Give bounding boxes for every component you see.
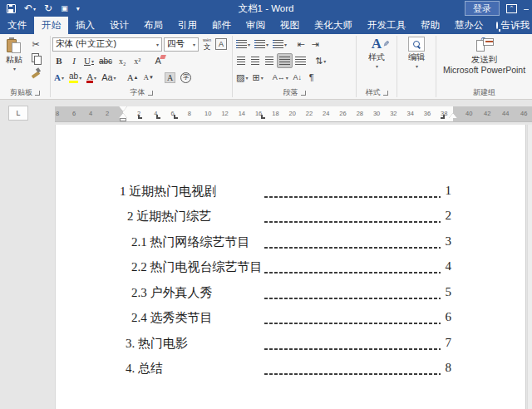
bullets-button[interactable]: ▾ <box>234 37 252 52</box>
ruler-number: 28 <box>357 106 368 121</box>
toc-page-number: 1 <box>436 184 451 198</box>
underline-button[interactable]: U▾ <box>82 53 96 68</box>
font-name-combobox[interactable]: 宋体 (中文正文)▾ <box>52 37 162 52</box>
shrink-font-button[interactable]: A▼ <box>142 70 155 85</box>
sign-in-button[interactable]: 登录 <box>465 1 500 16</box>
ribbon-display-options-button[interactable]: ⌃ <box>506 4 517 13</box>
document-page[interactable]: 1 近期热门电视剧1 2 近期热门综艺2 2.1 热门网络综艺节目3 2.2 热… <box>55 125 526 409</box>
format-painter-button[interactable] <box>28 66 43 79</box>
font-name-value: 宋体 (中文正文) <box>56 38 116 50</box>
tab-huibangong[interactable]: 慧办公 <box>447 17 491 34</box>
shading-button[interactable]: ▨▾ <box>234 70 249 85</box>
tab-tell-me[interactable]: 告诉我 <box>500 17 532 34</box>
font-group-label: 字体 <box>131 87 145 98</box>
window-title: 文档1 - Word <box>0 0 532 17</box>
borders-button[interactable]: ⊞▾ <box>250 70 264 85</box>
character-border-button[interactable]: A <box>215 38 227 50</box>
text-highlight-button[interactable]: ab▾ <box>67 70 83 85</box>
multilevel-list-icon <box>273 40 283 48</box>
font-size-combobox[interactable]: 四号▾ <box>164 37 199 52</box>
grow-font-icon: A <box>127 72 134 82</box>
clipboard-dialog-launcher[interactable] <box>35 91 40 96</box>
asian-layout-button[interactable]: A↔▾ <box>271 70 290 85</box>
font-color-button[interactable]: A▾ <box>85 70 98 85</box>
copy-button[interactable] <box>28 52 43 65</box>
decrease-indent-button[interactable]: ⇤ <box>294 37 308 52</box>
toc-leader-dashes <box>264 196 441 198</box>
send-to-label-line2: Microsoft PowerPoint <box>443 65 525 76</box>
tab-references[interactable]: 引用 <box>170 17 204 34</box>
font-size-value: 四号 <box>167 38 185 50</box>
tab-developer[interactable]: 开发工具 <box>360 17 413 34</box>
increase-indent-button[interactable]: ⇥ <box>308 37 322 52</box>
italic-button[interactable]: I <box>67 53 81 68</box>
asian-layout-icon: A↔ <box>273 73 285 81</box>
cut-button[interactable]: ✂ <box>28 37 43 51</box>
left-indent-marker[interactable] <box>120 118 126 121</box>
tab-view[interactable]: 视图 <box>273 17 307 34</box>
tab-review[interactable]: 审阅 <box>239 17 273 34</box>
tab-insert[interactable]: 插入 <box>68 17 102 34</box>
toc-entry-label: 2.1 热门网络综艺节目 <box>131 234 250 250</box>
save-button[interactable] <box>7 4 16 13</box>
text-effects-button[interactable]: A▾ <box>52 70 66 85</box>
justify-button[interactable] <box>277 53 293 68</box>
font-color-icon: A <box>86 72 93 83</box>
tab-layout[interactable]: 布局 <box>136 17 170 34</box>
redo-icon: ↻ <box>44 2 52 14</box>
align-center-button[interactable] <box>249 53 262 68</box>
tab-beautify-master[interactable]: 美化大师 <box>307 17 360 34</box>
tell-me-lightbulb-icon <box>496 22 498 29</box>
clear-formatting-button[interactable]: A <box>151 53 165 68</box>
ruler-number: 26 <box>339 106 351 121</box>
send-to-powerpoint-button[interactable]: ↷ 发送到 Microsoft PowerPoint <box>438 36 530 86</box>
minimize-button[interactable]: — <box>524 4 529 13</box>
first-line-indent-marker[interactable] <box>119 106 127 111</box>
tab-file[interactable]: 文件 <box>0 17 34 34</box>
phonetic-guide-button[interactable]: wén文 <box>200 38 214 50</box>
grow-font-button[interactable]: A▲ <box>126 70 140 85</box>
ruler-number: 8 <box>188 106 200 121</box>
align-left-icon <box>237 57 245 65</box>
tab-selector-button[interactable]: L <box>8 106 28 121</box>
show-hide-marks-button[interactable]: ¶ <box>305 70 318 85</box>
paste-button[interactable]: 粘贴 ▾ <box>2 36 27 86</box>
tab-design[interactable]: 设计 <box>102 17 136 34</box>
styles-button[interactable]: A 样式 ▾ <box>365 36 388 86</box>
chevron-down-icon: ▾ <box>248 42 250 47</box>
align-left-button[interactable] <box>234 53 248 68</box>
distribute-button[interactable] <box>293 53 308 68</box>
enclose-characters-button[interactable]: 字 <box>179 70 193 85</box>
align-right-button[interactable] <box>263 53 276 68</box>
numbering-button[interactable]: ▾ <box>253 37 270 52</box>
tab-mailings[interactable]: 邮件 <box>204 17 239 34</box>
pinyin-icon-char: 文 <box>204 43 211 51</box>
change-case-button[interactable]: Aa▾ <box>100 70 117 85</box>
tab-help[interactable]: 帮助 <box>413 17 447 34</box>
ruler-number: 16 <box>255 106 267 121</box>
strikethrough-button[interactable]: abc <box>97 53 114 68</box>
paragraph-dialog-launcher[interactable] <box>301 91 306 96</box>
multilevel-list-button[interactable]: ▾ <box>271 37 288 52</box>
toc-leader-dashes <box>264 348 441 350</box>
undo-icon: ↶ <box>24 2 32 14</box>
bold-button[interactable]: B <box>52 53 66 68</box>
subscript-button[interactable]: x₂ <box>116 53 129 68</box>
font-dialog-launcher[interactable] <box>148 91 153 96</box>
styles-dialog-launcher[interactable] <box>383 91 388 96</box>
bullets-icon <box>236 40 247 48</box>
borders-icon: ⊞ <box>252 72 259 83</box>
tab-home[interactable]: 开始 <box>34 17 68 34</box>
touch-mouse-mode-button[interactable]: ▣ <box>61 4 68 12</box>
editing-button[interactable]: 编辑 ▾ <box>405 36 428 86</box>
increase-indent-icon: ⇥ <box>311 39 318 50</box>
line-spacing-button[interactable]: ⇅▾ <box>313 53 328 68</box>
redo-button[interactable]: ↻ <box>44 2 52 14</box>
superscript-button[interactable]: x² <box>131 53 144 68</box>
sort-button[interactable]: A↓ <box>291 70 304 85</box>
character-shading-button[interactable]: A <box>163 70 177 85</box>
undo-button[interactable]: ↶▾ <box>24 2 36 14</box>
customize-qat-button[interactable]: ▾ <box>76 5 80 12</box>
vertical-scrollbar[interactable] <box>527 125 532 409</box>
ribbon-tab-bar: 文件 开始 插入 设计 布局 引用 邮件 审阅 视图 美化大师 开发工具 帮助 … <box>0 17 532 34</box>
